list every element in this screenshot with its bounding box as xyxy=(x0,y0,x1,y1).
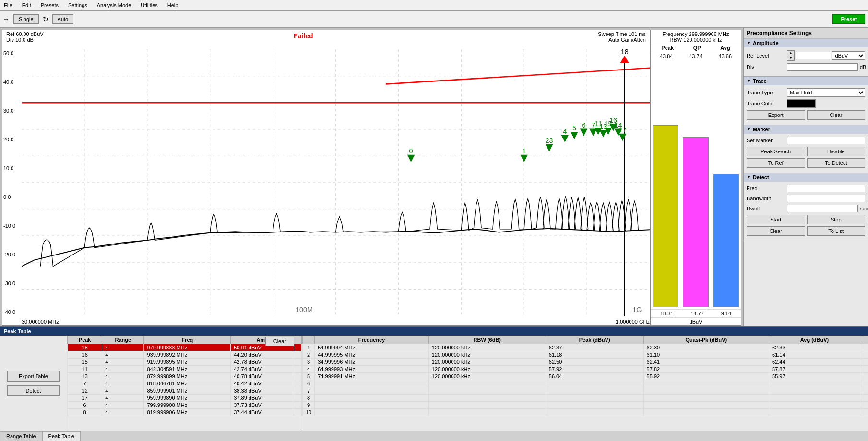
peak-table-clear-button[interactable]: Clear xyxy=(265,337,294,346)
menu-presets[interactable]: Presets xyxy=(39,1,60,9)
cell-freq: 819.999906 MHz xyxy=(144,409,231,416)
div-input[interactable]: 10.000 xyxy=(787,63,858,71)
cell-qp xyxy=(643,380,769,387)
ref-level-input[interactable]: 60.000 xyxy=(796,52,832,59)
cell-peak: 17 xyxy=(68,395,102,402)
panel-title: Precompliance Settings xyxy=(744,28,868,39)
ref-level-label: Ref Level xyxy=(747,53,785,58)
cell-range: 4 xyxy=(102,409,144,416)
trace-color-box[interactable] xyxy=(787,99,816,108)
trace-export-button[interactable]: Export xyxy=(747,110,805,120)
cell-freq: 919.999895 MHz xyxy=(144,359,231,366)
trace-type-label: Trace Type xyxy=(747,90,785,95)
menu-settings[interactable]: Settings xyxy=(66,1,89,9)
dbuv-label: dBuV xyxy=(690,319,702,325)
single-button[interactable]: Single xyxy=(13,14,39,24)
tab-peak-table[interactable]: Peak Table xyxy=(42,431,81,441)
peak-table-row[interactable]: 17 4 959.999890 MHz 37.89 dBuV xyxy=(68,395,302,402)
bottom-section-header: Peak Table xyxy=(0,327,868,336)
peak-search-button[interactable]: Peak Search xyxy=(747,147,805,156)
cell-qp: 62.41 xyxy=(643,359,769,366)
y-label-30: 30.0 xyxy=(3,108,15,114)
cell-num: 4 xyxy=(303,366,315,373)
peak-table-row[interactable]: 12 4 859.999901 MHz 38.38 dBuV xyxy=(68,387,302,395)
qp-col-header: QP xyxy=(693,45,701,51)
ref-level-unit-select[interactable]: dBuV dBm xyxy=(832,51,865,60)
detect-table-button[interactable]: Detect xyxy=(7,385,60,396)
avg-col-header: Avg xyxy=(720,45,730,51)
detect-table-row[interactable]: 8 xyxy=(303,395,868,402)
trace-clear-button[interactable]: Clear xyxy=(807,110,866,120)
menu-file[interactable]: File xyxy=(2,1,14,9)
marker-section: ▼ Marker Set Marker 100.000000 MHz Peak … xyxy=(744,125,868,173)
detect-table-row[interactable]: 10 xyxy=(303,409,868,416)
trace-type-select[interactable]: Max Hold Clear/Write Average xyxy=(787,88,865,97)
to-ref-button[interactable]: To Ref xyxy=(747,158,805,168)
detect-table-row[interactable]: 5 74.999991 MHz 120.000000 kHz 56.04 55.… xyxy=(303,373,868,380)
detect-clear-button[interactable]: Clear xyxy=(747,226,805,236)
ref-level-spinner[interactable]: ▲ ▼ xyxy=(787,50,795,61)
detect-table-row[interactable]: 6 xyxy=(303,380,868,387)
detect-stop-button[interactable]: Stop xyxy=(807,215,866,224)
detect-bw-input[interactable]: 120.000000 kHz xyxy=(787,195,865,202)
detect-to-list-button[interactable]: To List xyxy=(807,226,866,236)
cell-rbw: 120.000000 kHz xyxy=(428,373,546,380)
peak-table-row[interactable]: 7 4 818.046781 MHz 40.42 dBuV xyxy=(68,380,302,387)
peak-table[interactable]: Clear Peak Range Freq Amp 18 4 979.99988… xyxy=(67,336,302,431)
detect-freq-input[interactable]: 299.999966 MHz xyxy=(787,185,865,192)
amplitude-header[interactable]: ▼ Amplitude xyxy=(744,39,868,47)
peak-table-row[interactable]: 11 4 842.304591 MHz 42.74 dBuV xyxy=(68,366,302,373)
peak-table-row[interactable]: 16 4 939.999892 MHz 44.20 dBuV xyxy=(68,351,302,359)
trace-header[interactable]: ▼ Trace xyxy=(744,77,868,85)
peak-table-row[interactable]: 13 4 879.999899 MHz 40.78 dBuV xyxy=(68,373,302,380)
menu-edit[interactable]: Edit xyxy=(20,1,33,9)
amplitude-section: ▼ Amplitude Ref Level ▲ ▼ 60.000 dBuV dB… xyxy=(744,39,868,77)
detect-table-row[interactable]: 3 34.999996 MHz 120.000000 kHz 62.50 62.… xyxy=(303,359,868,366)
detect-table-row[interactable]: 9 xyxy=(303,402,868,409)
marker-header[interactable]: ▼ Marker xyxy=(744,125,868,134)
y-label-n30: -30.0 xyxy=(3,280,15,286)
cell-avg xyxy=(769,380,860,387)
cell-peak xyxy=(546,380,643,387)
detect-table-row[interactable]: 7 xyxy=(303,387,868,395)
menu-utilities[interactable]: Utilities xyxy=(139,1,159,9)
cell-qp: 61.10 xyxy=(643,351,769,359)
detect-results-table[interactable]: Frequency RBW (6dB) Peak (dBuV) Quasi-Pk… xyxy=(302,336,868,431)
detect-table-row[interactable]: 2 44.999995 MHz 120.000000 kHz 61.18 61.… xyxy=(303,351,868,359)
refresh-icon: ↻ xyxy=(43,15,48,23)
cell-num: 3 xyxy=(303,359,315,366)
cell-rbw: 120.000000 kHz xyxy=(428,351,546,359)
cell-peak: 57.92 xyxy=(546,366,643,373)
menu-analysis[interactable]: Analysis Mode xyxy=(95,1,133,9)
ref-level-down[interactable]: ▼ xyxy=(787,56,794,60)
marker-arrow-icon: ▼ xyxy=(747,127,751,132)
cell-rbw: 120.000000 kHz xyxy=(428,366,546,373)
detect-dwell-input[interactable]: 1.000 xyxy=(787,205,858,212)
tab-range-table[interactable]: Range Table xyxy=(0,431,42,441)
auto-button[interactable]: Auto xyxy=(52,14,74,24)
preset-button[interactable]: Preset xyxy=(832,14,865,24)
menu-help[interactable]: Help xyxy=(166,1,180,9)
qp-value: 43.74 xyxy=(689,53,702,59)
to-detect-button[interactable]: To Detect xyxy=(807,158,866,168)
cell-range: 4 xyxy=(102,402,144,409)
cell-range: 4 xyxy=(102,344,144,351)
detect-header[interactable]: ▼ Detect xyxy=(744,173,868,182)
detect-freq-label: Freq xyxy=(747,186,785,191)
cell-range: 4 xyxy=(102,373,144,380)
peak-table-row[interactable]: 15 4 919.999895 MHz 42.78 dBuV xyxy=(68,359,302,366)
detect-start-button[interactable]: Start xyxy=(747,215,805,224)
rbw-display: RBW 120.000000 kHz xyxy=(653,37,739,43)
detect-table-row[interactable]: 4 64.999993 MHz 120.000000 kHz 57.92 57.… xyxy=(303,366,868,373)
disable-button[interactable]: Disable xyxy=(807,147,866,156)
export-table-button[interactable]: Export Table xyxy=(7,371,60,382)
set-marker-input[interactable]: 100.000000 MHz xyxy=(787,137,865,144)
bottom-tabs: Range Table Peak Table xyxy=(0,431,868,441)
detect-table-row[interactable]: 1 54.999994 MHz 120.000000 kHz 62.37 62.… xyxy=(303,344,868,351)
col-quasipk: Quasi-Pk (dBuV) xyxy=(643,336,769,344)
peak-table-row[interactable]: 6 4 799.999908 MHz 37.73 dBuV xyxy=(68,402,302,409)
ref-level-up[interactable]: ▲ xyxy=(787,51,794,56)
cell-amp: 37.44 dBuV xyxy=(231,409,294,416)
cell-qp: 57.82 xyxy=(643,366,769,373)
peak-table-row[interactable]: 8 4 819.999906 MHz 37.44 dBuV xyxy=(68,409,302,416)
